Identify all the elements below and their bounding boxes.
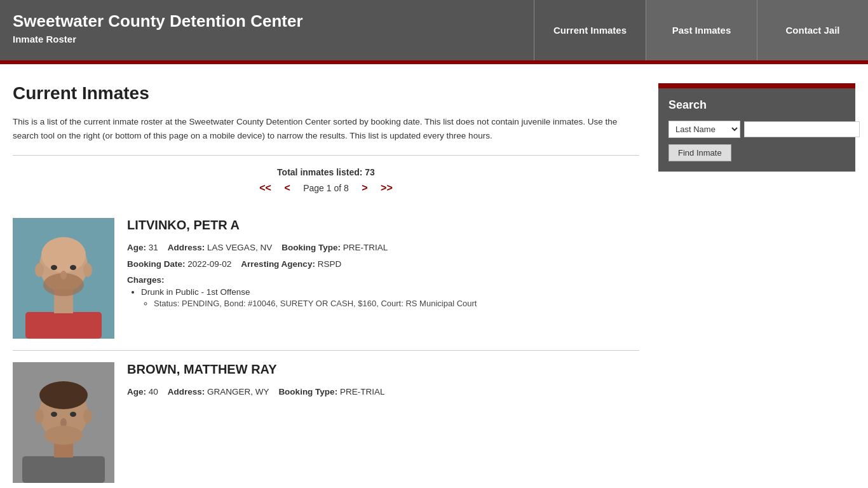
pagination-last[interactable]: >>	[381, 182, 393, 193]
main-nav: Current Inmates Past Inmates Contact Jai…	[534, 0, 868, 60]
svg-point-11	[83, 263, 92, 277]
inmate-details-1: LITVINKO, PETR A Age: 31 Address: LAS VE…	[127, 218, 639, 339]
site-title: Sweetwater County Detention Center	[13, 11, 521, 31]
nav-current-inmates[interactable]: Current Inmates	[534, 0, 646, 60]
pagination-next[interactable]: >	[362, 182, 367, 193]
charge-item: Drunk in Public - 1st Offense Status: PE…	[141, 287, 639, 308]
svg-point-15	[39, 381, 88, 409]
svg-point-3	[41, 237, 86, 273]
pagination-prev[interactable]: <	[284, 182, 290, 193]
inmate-name-1[interactable]: LITVINKO, PETR A	[127, 218, 639, 233]
svg-point-20	[60, 418, 67, 427]
svg-point-10	[35, 263, 44, 277]
pagination-total: Total inmates listed: 73	[13, 167, 639, 177]
content-area: Current Inmates This is a list of the cu…	[13, 83, 639, 488]
inmate-record: LITVINKO, PETR A Age: 31 Address: LAS VE…	[13, 207, 639, 351]
page-title: Current Inmates	[13, 83, 639, 104]
inmate-name-2[interactable]: BROWN, MATTHEW RAY	[127, 362, 639, 377]
inmate-photo-2	[13, 362, 114, 483]
divider-top	[13, 155, 639, 156]
inmate-info-line-booking-1: Booking Date: 2022-09-02 Arresting Agenc…	[127, 258, 639, 271]
pagination-nav: << < Page 1 of 8 > >>	[13, 182, 639, 194]
inmate-info-line-age-2: Age: 40 Address: GRANGER, WY Booking Typ…	[127, 386, 639, 398]
charges-label-1: Charges:	[127, 275, 639, 285]
site-subtitle: Inmate Roster	[13, 34, 521, 44]
inmate-details-2: BROWN, MATTHEW RAY Age: 40 Address: GRAN…	[127, 362, 639, 483]
svg-rect-4	[25, 312, 102, 339]
svg-point-21	[35, 409, 44, 423]
site-title-block: Sweetwater County Detention Center Inmat…	[0, 0, 534, 60]
sidebar: Search Last NameFirst NameBooking Date F…	[658, 83, 855, 488]
search-box-content: Search Last NameFirst NameBooking Date F…	[658, 88, 855, 172]
inmate-photo-1	[13, 218, 114, 339]
site-header: Sweetwater County Detention Center Inmat…	[0, 0, 868, 60]
svg-point-22	[83, 409, 92, 423]
svg-point-6	[51, 265, 57, 270]
inmate-record-2: BROWN, MATTHEW RAY Age: 40 Address: GRAN…	[13, 351, 639, 488]
charges-list-1: Drunk in Public - 1st Offense Status: PE…	[127, 287, 639, 308]
svg-rect-16	[22, 456, 105, 483]
search-input[interactable]	[744, 121, 860, 137]
main-container: Current Inmates This is a list of the cu…	[0, 64, 868, 488]
search-box: Search Last NameFirst NameBooking Date F…	[658, 83, 855, 172]
svg-point-23	[44, 426, 83, 445]
pagination-label: Page 1 of 8	[303, 183, 349, 193]
nav-contact-jail[interactable]: Contact Jail	[757, 0, 868, 60]
search-row: Last NameFirst NameBooking Date	[668, 121, 845, 138]
inmate-info-line-age-1: Age: 31 Address: LAS VEGAS, NV Booking T…	[127, 241, 639, 254]
search-title: Search	[668, 98, 845, 112]
svg-point-19	[70, 412, 76, 417]
pagination-first[interactable]: <<	[259, 182, 271, 193]
svg-point-9	[60, 271, 67, 280]
charge-detail: Status: PENDING, Bond: #10046, SURETY OR…	[141, 299, 639, 308]
search-select[interactable]: Last NameFirst NameBooking Date	[668, 121, 740, 138]
svg-point-18	[51, 412, 57, 417]
search-box-accent	[658, 83, 855, 88]
svg-point-7	[70, 265, 76, 270]
nav-past-inmates[interactable]: Past Inmates	[646, 0, 757, 60]
find-inmate-button[interactable]: Find Inmate	[668, 144, 731, 161]
page-description: This is a list of the current inmate ros…	[13, 115, 639, 142]
